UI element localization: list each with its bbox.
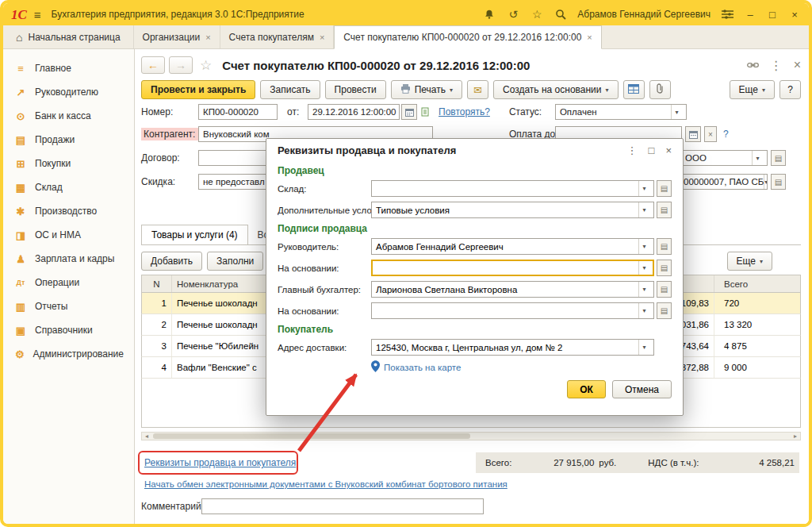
tab-close-icon[interactable]: × xyxy=(320,33,324,42)
calendar-icon[interactable] xyxy=(401,104,417,120)
chevron-down-icon[interactable]: ▾ xyxy=(638,340,649,355)
tab-goods-services[interactable]: Товары и услуги (4) xyxy=(141,225,248,244)
head-select[interactable]: Абрамов Геннадий Сергеевич ▾ xyxy=(371,238,654,255)
open-head-icon[interactable]: ▤ xyxy=(657,238,672,255)
edi-start-link[interactable]: Начать обмен электронными документами с … xyxy=(144,479,508,489)
dialog-maximize-icon[interactable]: □ xyxy=(649,144,655,156)
sidebar-item-reports[interactable]: ▥Отчеты xyxy=(3,294,134,318)
open-bank-account-icon[interactable]: ▤ xyxy=(771,174,786,190)
comment-input[interactable] xyxy=(201,498,484,514)
clear-field-icon[interactable]: × xyxy=(704,126,717,142)
send-email-button[interactable]: ✉ xyxy=(467,80,488,99)
chevron-down-icon[interactable]: ▾ xyxy=(752,151,763,165)
tab-customer-invoices[interactable]: Счета покупателям × xyxy=(220,25,335,48)
search-icon[interactable] xyxy=(553,7,568,21)
settings-sliders-icon[interactable] xyxy=(720,7,734,21)
chevron-down-icon[interactable]: ▾ xyxy=(638,239,649,254)
edi-exchange-button[interactable] xyxy=(623,80,645,99)
discount-label: Скидка: xyxy=(141,176,198,187)
tab-home[interactable]: ⌂ Начальная страница xyxy=(3,25,134,48)
tab-invoice-kp00-000020[interactable]: Счет покупателю КП00-000020 от 29.12.201… xyxy=(334,25,601,49)
close-form-icon[interactable]: × xyxy=(794,58,801,72)
open-accountant-icon[interactable]: ▤ xyxy=(657,281,672,298)
more-button[interactable]: Еще ▾ xyxy=(730,80,775,99)
date-input[interactable]: 29.12.2016 12:00:00 xyxy=(308,104,400,120)
help-button[interactable]: ? xyxy=(779,80,801,99)
open-warehouse-icon[interactable]: ▤ xyxy=(657,180,672,197)
conditions-select[interactable]: Типовые условия ▾ xyxy=(371,202,654,218)
number-input[interactable]: КП00-000020 xyxy=(198,104,278,120)
post-and-close-button[interactable]: Провести и закрыть xyxy=(141,80,255,99)
fill-button[interactable]: Заполни xyxy=(207,252,263,271)
add-row-button[interactable]: Добавить xyxy=(141,252,202,271)
accountant-select[interactable]: Ларионова Светлана Викторовна ▾ xyxy=(371,281,654,298)
sidebar-item-production[interactable]: ✱Производство xyxy=(3,199,134,223)
sidebar-item-purchases[interactable]: ⊞Покупки xyxy=(3,152,134,175)
home-icon: ⌂ xyxy=(16,31,22,44)
ok-button[interactable]: ОК xyxy=(567,380,606,398)
open-head-basis-icon[interactable]: ▤ xyxy=(657,260,672,276)
references-book-icon: ▣ xyxy=(13,325,28,337)
form-more-icon[interactable]: ⋮ xyxy=(770,58,783,73)
sidebar-item-manager[interactable]: ↗Руководителю xyxy=(3,80,134,104)
repeat-link[interactable]: Повторять? xyxy=(439,106,490,117)
create-on-base-button[interactable]: Создать на основании ▾ xyxy=(493,80,619,99)
chevron-down-icon[interactable]: ▾ xyxy=(671,105,682,119)
show-on-map-link[interactable]: Показать на карте xyxy=(371,360,672,374)
scroll-left-icon[interactable]: ◂ xyxy=(142,433,151,440)
tab-organizations[interactable]: Организации × xyxy=(134,25,220,48)
minimize-icon[interactable]: – xyxy=(744,9,756,21)
copy-document-icon[interactable] xyxy=(421,107,431,117)
accountant-basis-select[interactable]: ▾ xyxy=(371,302,654,319)
tab-close-icon[interactable]: × xyxy=(587,33,592,42)
head-basis-select[interactable]: ▾ xyxy=(371,260,654,276)
favorites-star-icon[interactable]: ☆ xyxy=(530,7,544,21)
open-conditions-icon[interactable]: ▤ xyxy=(657,202,672,218)
sidebar-item-warehouse[interactable]: ▦Склад xyxy=(3,175,134,199)
get-link-icon[interactable] xyxy=(747,58,759,72)
sidebar-item-main[interactable]: ≡Главное xyxy=(3,56,134,80)
open-organization-icon[interactable]: ▤ xyxy=(771,150,786,166)
write-button[interactable]: Записать xyxy=(260,80,320,99)
notifications-bell-icon[interactable] xyxy=(482,7,496,21)
chevron-down-icon[interactable]: ▾ xyxy=(638,303,649,318)
sidebar-item-operations[interactable]: ДтОперации xyxy=(3,271,134,294)
sidebar-item-bank-cash[interactable]: ⊙Банк и касса xyxy=(3,104,134,128)
dialog-more-icon[interactable]: ⋮ xyxy=(627,144,638,156)
chevron-down-icon[interactable]: ▾ xyxy=(638,282,649,297)
chevron-down-icon[interactable]: ▾ xyxy=(638,202,649,217)
dialog-close-icon[interactable]: × xyxy=(665,144,672,156)
forward-arrow-icon[interactable]: → xyxy=(169,56,193,74)
tab-close-icon[interactable]: × xyxy=(205,33,210,42)
back-arrow-icon[interactable]: ← xyxy=(141,56,165,74)
close-window-icon[interactable]: × xyxy=(788,9,801,21)
sidebar-item-fixed-assets[interactable]: ◨ОС и НМА xyxy=(3,223,134,247)
chevron-down-icon[interactable]: ▾ xyxy=(638,181,649,196)
main-menu-icon[interactable]: ≡ xyxy=(34,8,41,21)
purchases-cart-icon: ⊞ xyxy=(13,158,28,170)
sidebar-item-administration[interactable]: ⚙Администрирование xyxy=(3,342,134,366)
print-button[interactable]: Печать ▾ xyxy=(391,80,462,99)
status-select[interactable]: Оплачен ▾ xyxy=(555,104,687,120)
cancel-button[interactable]: Отмена xyxy=(612,380,672,398)
warehouse-select[interactable]: ▾ xyxy=(371,180,654,197)
calendar-icon[interactable] xyxy=(685,126,701,142)
sidebar-item-references[interactable]: ▣Справочники xyxy=(3,318,134,342)
history-icon[interactable]: ↺ xyxy=(506,7,520,21)
chevron-down-icon[interactable]: ▾ xyxy=(638,261,649,275)
favorite-star-icon[interactable]: ☆ xyxy=(200,57,212,74)
sidebar-item-payroll-hr[interactable]: ♟Зарплата и кадры xyxy=(3,247,134,271)
current-user[interactable]: Абрамов Геннадий Сергеевич xyxy=(577,9,710,20)
table-more-button[interactable]: Еще ▾ xyxy=(727,252,772,271)
chevron-down-icon[interactable]: ▾ xyxy=(764,175,768,189)
open-accountant-basis-icon[interactable]: ▤ xyxy=(657,302,672,319)
post-button[interactable]: Провести xyxy=(325,80,386,99)
scroll-right-icon[interactable]: ▸ xyxy=(791,433,800,440)
pay-until-help-icon[interactable]: ? xyxy=(723,129,729,140)
scrollbar-thumb[interactable] xyxy=(153,433,470,439)
delivery-address-select[interactable]: 125430, Москва г, Центральная ул, дом № … xyxy=(371,339,654,356)
attachments-button[interactable] xyxy=(649,80,671,99)
maximize-icon[interactable]: □ xyxy=(766,9,779,21)
horizontal-scrollbar[interactable]: ◂ ▸ xyxy=(141,432,801,440)
sidebar-item-sales[interactable]: ▤Продажи xyxy=(3,128,134,152)
